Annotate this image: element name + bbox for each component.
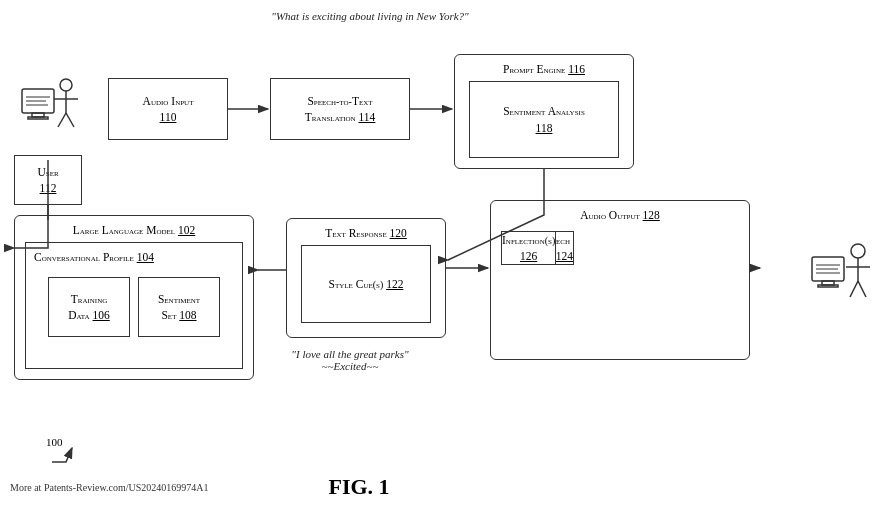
training-data-box: Training Data 106 xyxy=(48,277,130,337)
user-icon-top xyxy=(14,68,82,148)
user-box: User 112 xyxy=(14,155,82,205)
user-icon-right xyxy=(807,215,872,335)
prompt-engine-box: Prompt Engine 116 Sentiment Analysis 118 xyxy=(454,54,634,169)
audio-output-box: Audio Output 128 Text-to-Speech Translat… xyxy=(490,200,750,360)
llm-box: Large Language Model 102 Conversational … xyxy=(14,215,254,380)
user-ref: 112 xyxy=(40,182,57,194)
text-response-ref: 120 xyxy=(390,227,407,239)
conv-profile-ref: 104 xyxy=(137,251,154,263)
footer: More at Patents-Review.com/US20240169974… xyxy=(0,474,880,500)
style-cues-ref: 122 xyxy=(386,278,403,290)
audio-output-ref: 128 xyxy=(643,209,660,221)
svg-point-6 xyxy=(60,79,72,91)
svg-line-21 xyxy=(858,281,866,297)
fig-label: FIG. 1 xyxy=(329,474,390,500)
inflections-ref: 126 xyxy=(520,250,537,262)
sentiment-analysis-box: Sentiment Analysis 118 xyxy=(469,81,619,158)
ref-100: 100 xyxy=(46,436,63,448)
style-cues-box: Style Cue(s) 122 xyxy=(301,245,431,323)
svg-line-20 xyxy=(850,281,858,297)
svg-line-10 xyxy=(66,113,74,127)
footer-url: More at Patents-Review.com/US20240169974… xyxy=(10,482,209,493)
audio-input-box: Audio Input 110 xyxy=(108,78,228,140)
speech-to-text-ref: 114 xyxy=(359,111,376,123)
llm-ref: 102 xyxy=(178,224,195,236)
top-quote: "What is exciting about living in New Yo… xyxy=(270,10,470,22)
speech-to-text-box: Speech-to-Text Translation 114 xyxy=(270,78,410,140)
conv-profile-box: Conversational Profile 104 Training Data… xyxy=(25,242,243,369)
svg-rect-2 xyxy=(28,117,48,119)
user-label: User xyxy=(37,166,58,178)
tts-ref: 124 xyxy=(556,250,573,262)
diagram-container: "What is exciting about living in New Yo… xyxy=(0,0,880,508)
sentiment-set-box: Sentiment Set 108 xyxy=(138,277,220,337)
inflections-box: Inflection(s) 126 xyxy=(501,231,556,265)
audio-input-ref: 110 xyxy=(160,111,177,123)
training-data-ref: 106 xyxy=(93,309,110,321)
sentiment-set-ref: 108 xyxy=(179,309,196,321)
svg-rect-13 xyxy=(818,285,838,287)
svg-line-9 xyxy=(58,113,66,127)
sentiment-analysis-ref: 118 xyxy=(536,122,553,134)
text-response-box: Text Response 120 Style Cue(s) 122 xyxy=(286,218,446,338)
prompt-engine-ref: 116 xyxy=(568,63,585,75)
bottom-quote: "I love all the great parks"~~Excited~~ xyxy=(240,348,460,372)
svg-point-17 xyxy=(851,244,865,258)
